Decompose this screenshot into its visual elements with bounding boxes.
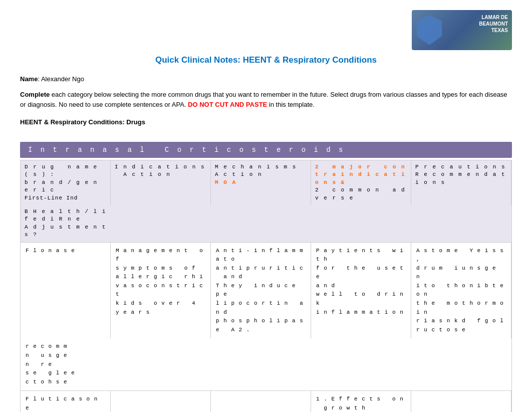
page-title: Quick Clinical Notes: HEENT & Respirator… [20,55,512,65]
section-heading-text: HEENT & Respiratory Conditions: Drugs [20,118,145,126]
section-heading: HEENT & Respiratory Conditions: Drugs [20,118,512,126]
cell-drug-flonase: F l o n a s e [21,243,111,339]
cell-moa-flonase: A n t i - i n f l a m m a t o a n t i p … [211,243,311,339]
complete-label: Complete [20,91,50,98]
cell-moa-fluticasone [211,391,311,412]
table-row: F l u t i c a s o n e 1 . E f f e c t s … [21,390,511,412]
cell-adjustments-flonase: r e c o m m n u s g e n r e s e g l e e … [21,338,111,390]
intranasal-table-header: D r u g n a m e ( s ) :b r a n d / g e n… [21,160,511,242]
category-intranasal-title: I n t r a n a s a l C o r t i c o s t e … [28,146,345,154]
cell-adverse-fluticasone: 1 . E f f e c t s o n g r o w t h 2 . C … [311,391,411,412]
logo-text: LAMAR DE BEAUMONT TEXAS [479,14,508,34]
logo-area: LAMAR DE BEAUMONT TEXAS [20,10,512,50]
instructions-end: in this template. [267,101,315,108]
do-not-paste-warning: DO NOT CUT AND PASTE [188,101,267,108]
col-adverse: 2 m a j o r c o n t r a i n d i c a t i … [311,160,411,205]
name-label: Name [20,75,38,83]
cell-precautions-flonase: A s t o m e Y e i s s , d r u m i u n s … [411,243,511,339]
intranasal-table: D r u g n a m e ( s ) :b r a n d / g e n… [20,160,512,412]
col-moa: M e c h a n i s m s A c t i o nM O A [211,160,311,205]
university-logo: LAMAR DE BEAUMONT TEXAS [412,10,512,50]
col-adjustments: B H e a l t h / l i f e d i R n eA d j u… [21,205,111,242]
cell-indication-fluticasone [111,391,211,412]
col-precautions: P r e c a u t i o n sR e c o m m e n d a… [411,160,511,205]
shield-icon [417,15,442,45]
instructions-paragraph: Complete each category below selecting t… [20,90,512,109]
cell-indication-flonase: M a n a g e m e n t o f s y m p t o m s … [111,243,211,339]
col-indications: I n d i c a t i o n s A c t i o n [111,160,211,205]
cell-adverse-flonase: P a y t i e n t s w i t h f o r t h e u … [311,243,411,339]
table-row: F l o n a s e M a n a g e m e n t o f s … [21,242,511,391]
category-intranasal-header: I n t r a n a s a l C o r t i c o s t e … [20,142,512,158]
col-drug-name: D r u g n a m e ( s ) :b r a n d / g e n… [21,160,111,205]
cell-precautions-fluticasone [411,391,511,412]
cell-drug-fluticasone: F l u t i c a s o n e [21,391,111,412]
name-line: Name: Alexander Ngo [20,75,512,83]
name-value: Alexander Ngo [41,75,84,83]
